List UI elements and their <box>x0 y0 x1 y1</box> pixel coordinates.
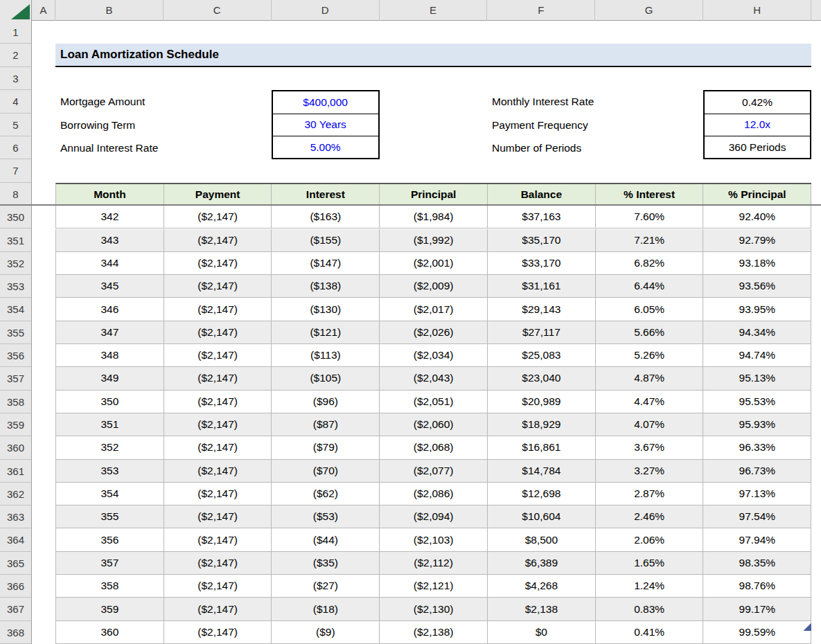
cell-interest-m350[interactable]: 4.47% <box>596 391 704 413</box>
payment-frequency-value[interactable]: 12.0x <box>705 114 810 136</box>
cell-balance-m352[interactable]: $16,861 <box>488 436 596 459</box>
cell-balance-m353[interactable]: $14,784 <box>488 460 596 483</box>
cell-principal-m348[interactable]: 94.74% <box>703 344 811 367</box>
cell-month-m346[interactable]: 346 <box>56 298 164 321</box>
cell-month-m349[interactable]: 349 <box>56 367 164 390</box>
cell-interest-m359[interactable]: ($18) <box>272 598 380 620</box>
cell-interest-m348[interactable]: 5.26% <box>596 344 704 367</box>
cell-principal-m356[interactable]: 97.94% <box>703 528 811 551</box>
table-header-month[interactable]: Month <box>56 184 164 206</box>
cell-interest-m348[interactable]: ($113) <box>272 344 380 367</box>
cell-interest-m353[interactable]: 3.27% <box>596 460 704 483</box>
cell-month-m359[interactable]: 359 <box>56 598 164 620</box>
cell-month-m351[interactable]: 351 <box>56 413 164 436</box>
table-header-principal[interactable]: % Principal <box>703 184 811 206</box>
cell-interest-m354[interactable]: ($62) <box>272 483 380 506</box>
cell-balance-m342[interactable]: $37,163 <box>488 206 596 229</box>
cell-balance-m343[interactable]: $35,170 <box>488 229 596 252</box>
cell-payment-m359[interactable]: ($2,147) <box>164 598 272 620</box>
cell-payment-m347[interactable]: ($2,147) <box>164 321 272 344</box>
cell-interest-m342[interactable]: ($163) <box>272 206 380 229</box>
row-header-1[interactable]: 1 <box>0 21 31 44</box>
cell-principal-m343[interactable]: 92.79% <box>703 229 811 252</box>
table-header-interest[interactable]: Interest <box>272 184 380 206</box>
cell-payment-m344[interactable]: ($2,147) <box>164 252 272 275</box>
cell-balance-m360[interactable]: $0 <box>488 621 596 644</box>
cell-balance-m349[interactable]: $23,040 <box>488 367 596 390</box>
cell-interest-m359[interactable]: 0.83% <box>596 598 704 620</box>
cell-payment-m354[interactable]: ($2,147) <box>164 483 272 506</box>
cell-principal-m359[interactable]: 99.17% <box>703 598 811 620</box>
cell-interest-m342[interactable]: 7.60% <box>596 206 704 229</box>
row-header-4[interactable]: 4 <box>0 90 31 113</box>
cell-principal-m344[interactable]: 93.18% <box>703 252 811 275</box>
row-header-5[interactable]: 5 <box>0 114 31 136</box>
cell-payment-m352[interactable]: ($2,147) <box>164 436 272 459</box>
select-all-corner[interactable] <box>0 0 32 21</box>
cell-principal-m347[interactable]: ($2,026) <box>380 321 488 344</box>
cell-principal-m350[interactable]: ($2,051) <box>380 391 488 413</box>
cell-interest-m346[interactable]: ($130) <box>272 298 380 321</box>
label-borrowing-term[interactable]: Borrowing Term <box>60 114 135 136</box>
sheet-title-cell[interactable]: Loan Amortization Schedule <box>55 44 811 66</box>
row-header-365[interactable]: 365 <box>0 552 31 575</box>
table-header-principal[interactable]: Principal <box>380 184 488 206</box>
cell-interest-m355[interactable]: 2.46% <box>596 506 704 528</box>
cell-balance-m354[interactable]: $12,698 <box>488 483 596 506</box>
cell-principal-m342[interactable]: 92.40% <box>703 206 811 229</box>
cell-interest-m344[interactable]: 6.82% <box>596 252 704 275</box>
cell-interest-m345[interactable]: ($138) <box>272 275 380 298</box>
cell-payment-m349[interactable]: ($2,147) <box>164 367 272 390</box>
cell-principal-m347[interactable]: 94.34% <box>703 321 811 344</box>
row-header-355[interactable]: 355 <box>0 321 31 344</box>
row-header-350[interactable]: 350 <box>0 206 31 229</box>
label-annual-interest-rate[interactable]: Annual Interest Rate <box>60 136 158 159</box>
cell-interest-m356[interactable]: 2.06% <box>596 528 704 551</box>
cell-balance-m346[interactable]: $29,143 <box>488 298 596 321</box>
cell-month-m357[interactable]: 357 <box>56 552 164 575</box>
cell-principal-m345[interactable]: ($2,009) <box>380 275 488 298</box>
cell-month-m360[interactable]: 360 <box>56 621 164 644</box>
cell-month-m358[interactable]: 358 <box>56 575 164 598</box>
cell-principal-m351[interactable]: ($2,060) <box>380 413 488 436</box>
cell-principal-m344[interactable]: ($2,001) <box>380 252 488 275</box>
cell-principal-m354[interactable]: 97.13% <box>703 483 811 506</box>
cell-month-m343[interactable]: 343 <box>56 229 164 252</box>
row-header-359[interactable]: 359 <box>0 413 31 436</box>
cell-principal-m346[interactable]: 93.95% <box>703 298 811 321</box>
cell-interest-m356[interactable]: ($44) <box>272 528 380 551</box>
cell-principal-m349[interactable]: 95.13% <box>703 367 811 390</box>
borrowing-term-value[interactable]: 30 Years <box>273 114 378 136</box>
row-header-2[interactable]: 2 <box>0 44 31 66</box>
column-header-B[interactable]: B <box>55 0 164 21</box>
row-header-6[interactable]: 6 <box>0 136 31 159</box>
cell-month-m344[interactable]: 344 <box>56 252 164 275</box>
cell-principal-m351[interactable]: 95.93% <box>703 413 811 436</box>
label-payment-frequency[interactable]: Payment Frequency <box>492 114 588 136</box>
table-header-payment[interactable]: Payment <box>164 184 272 206</box>
row-header-352[interactable]: 352 <box>0 252 31 275</box>
number-of-periods-value[interactable]: 360 Periods <box>705 136 810 158</box>
cell-balance-m357[interactable]: $6,389 <box>488 552 596 575</box>
label-number-of-periods[interactable]: Number of Periods <box>492 136 581 159</box>
cell-interest-m358[interactable]: 1.24% <box>596 575 704 598</box>
cell-principal-m355[interactable]: 97.54% <box>703 506 811 528</box>
row-header-362[interactable]: 362 <box>0 483 31 506</box>
cell-payment-m358[interactable]: ($2,147) <box>164 575 272 598</box>
label-monthly-interest-rate[interactable]: Monthly Interest Rate <box>492 90 594 113</box>
cell-month-m356[interactable]: 356 <box>56 528 164 551</box>
cell-payment-m356[interactable]: ($2,147) <box>164 528 272 551</box>
cell-balance-m350[interactable]: $20,989 <box>488 391 596 413</box>
cell-payment-m348[interactable]: ($2,147) <box>164 344 272 367</box>
mortgage-amount-value[interactable]: $400,000 <box>273 91 378 114</box>
cell-balance-m351[interactable]: $18,929 <box>488 413 596 436</box>
cell-balance-m345[interactable]: $31,161 <box>488 275 596 298</box>
cell-month-m347[interactable]: 347 <box>56 321 164 344</box>
row-header-368[interactable]: 368 <box>0 621 31 644</box>
cell-interest-m357[interactable]: 1.65% <box>596 552 704 575</box>
cell-payment-m346[interactable]: ($2,147) <box>164 298 272 321</box>
column-header-D[interactable]: D <box>272 0 380 21</box>
column-header-A[interactable]: A <box>32 0 55 21</box>
cell-interest-m354[interactable]: 2.87% <box>596 483 704 506</box>
cell-balance-m344[interactable]: $33,170 <box>488 252 596 275</box>
